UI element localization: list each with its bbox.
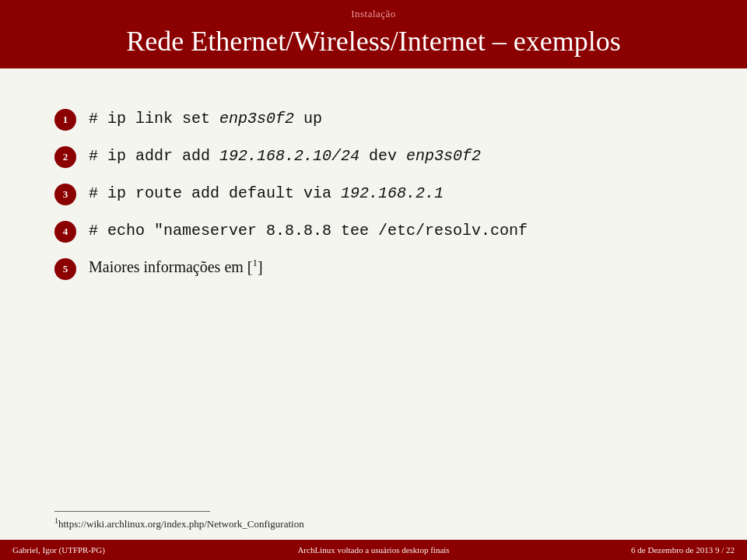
bullet-text-5: Maiores informações em [1] [89,257,263,276]
footnote-area: 1https://wiki.archlinux.org/index.php/Ne… [54,511,693,530]
bullet-5: 5 [54,258,76,280]
bullet-text-3: # ip route add default via 192.168.2.1 [89,182,444,205]
bullet-3: 3 [54,184,76,205]
bullet-text-2: # ip addr add 192.168.2.10/24 dev enp3s0… [89,145,481,168]
list-item: 3 # ip route add default via 192.168.2.1 [54,182,693,205]
header-bar: Instalação Rede Ethernet/Wireless/Intern… [0,0,747,68]
main-content: 1 # ip link set enp3s0f2 up 2 # ip addr … [0,68,747,296]
slide-title: Rede Ethernet/Wireless/Internet – exempl… [0,25,747,58]
bullet-list: 1 # ip link set enp3s0f2 up 2 # ip addr … [54,107,693,280]
list-item: 2 # ip addr add 192.168.2.10/24 dev enp3… [54,145,693,168]
bullet-2: 2 [54,146,76,168]
footer-bar: Gabriel, Igor (UTFPR-PG) ArchLinux volta… [0,540,747,560]
list-item: 1 # ip link set enp3s0f2 up [54,107,693,131]
list-item: 5 Maiores informações em [1] [54,257,693,280]
footer-right: 6 de Dezembro de 2013 9 / 22 [631,545,735,555]
footnote-divider [54,511,210,512]
bullet-text-4: # echo "nameserver 8.8.8.8 tee /etc/reso… [89,219,528,243]
footer-center: ArchLinux voltado a usuários desktop fin… [297,545,449,555]
bullet-4: 4 [54,221,76,243]
section-label: Instalação [0,8,747,20]
bullet-1: 1 [54,109,76,131]
footer-left: Gabriel, Igor (UTFPR-PG) [12,545,105,555]
footnote-text: 1https://wiki.archlinux.org/index.php/Ne… [54,516,693,530]
bullet-text-1: # ip link set enp3s0f2 up [89,107,322,131]
list-item: 4 # echo "nameserver 8.8.8.8 tee /etc/re… [54,219,693,243]
